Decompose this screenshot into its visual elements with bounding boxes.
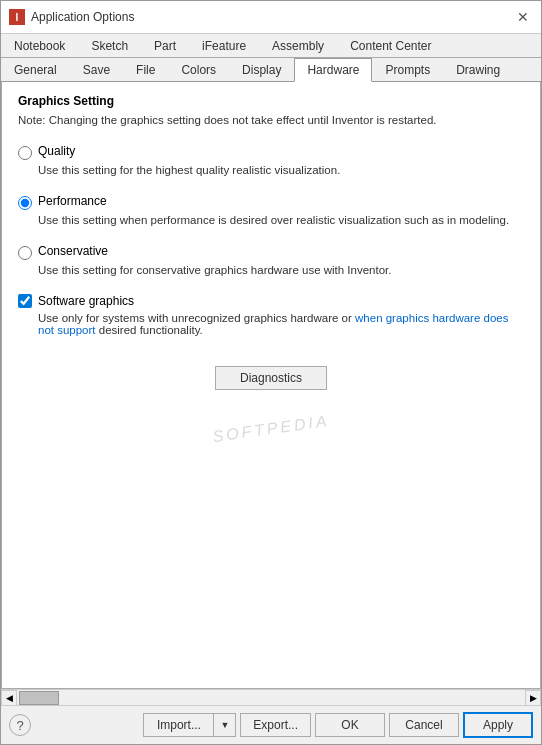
- application-options-window: I Application Options ✕ Notebook Sketch …: [0, 0, 542, 745]
- tab-content-center[interactable]: Content Center: [337, 34, 444, 57]
- tab-notebook[interactable]: Notebook: [1, 34, 78, 57]
- software-graphics-group: Software graphics Use only for systems w…: [18, 294, 524, 336]
- software-graphics-checkbox-item: Software graphics: [18, 294, 524, 308]
- content-outer: Graphics Setting Note: Changing the grap…: [1, 82, 541, 705]
- software-graphics-label: Software graphics: [38, 294, 134, 308]
- tab-file[interactable]: File: [123, 58, 168, 81]
- scrollbar-thumb[interactable]: [19, 691, 59, 705]
- quality-desc: Use this setting for the highest quality…: [38, 164, 524, 176]
- performance-desc: Use this setting when performance is des…: [38, 214, 524, 226]
- tab-drawing[interactable]: Drawing: [443, 58, 513, 81]
- title-bar-left: I Application Options: [9, 9, 134, 25]
- tab-part[interactable]: Part: [141, 34, 189, 57]
- scrollbar-track: [17, 691, 525, 705]
- conservative-radio-item: Conservative: [18, 244, 524, 260]
- content-wrapper: Graphics Setting Note: Changing the grap…: [1, 82, 541, 689]
- tab-general[interactable]: General: [1, 58, 70, 81]
- tab-save[interactable]: Save: [70, 58, 123, 81]
- software-graphics-checkbox[interactable]: [18, 294, 32, 308]
- performance-option-group: Performance Use this setting when perfor…: [18, 194, 524, 226]
- software-graphics-desc-end: desired functionality.: [96, 324, 203, 336]
- import-btn-group: Import... ▼: [143, 713, 236, 737]
- diagnostics-wrapper: Diagnostics: [18, 366, 524, 390]
- title-bar: I Application Options ✕: [1, 1, 541, 34]
- tab-row-1: Notebook Sketch Part iFeature Assembly C…: [1, 34, 541, 58]
- quality-option-group: Quality Use this setting for the highest…: [18, 144, 524, 176]
- close-button[interactable]: ✕: [513, 7, 533, 27]
- software-graphics-desc: Use only for systems with unrecognized g…: [38, 312, 524, 336]
- performance-radio-item: Performance: [18, 194, 524, 210]
- tab-prompts[interactable]: Prompts: [372, 58, 443, 81]
- tab-colors[interactable]: Colors: [168, 58, 229, 81]
- tab-hardware[interactable]: Hardware: [294, 58, 372, 82]
- horizontal-scrollbar[interactable]: ◀ ▶: [1, 689, 541, 705]
- content-area: Graphics Setting Note: Changing the grap…: [1, 82, 541, 689]
- performance-radio[interactable]: [18, 196, 32, 210]
- diagnostics-button[interactable]: Diagnostics: [215, 366, 327, 390]
- conservative-radio[interactable]: [18, 246, 32, 260]
- tab-row-2: General Save File Colors Display Hardwar…: [1, 58, 541, 82]
- quality-radio[interactable]: [18, 146, 32, 160]
- note-text: Note: Changing the graphics setting does…: [18, 114, 524, 126]
- software-graphics-link2: not support: [38, 324, 96, 336]
- conservative-label: Conservative: [38, 244, 108, 258]
- software-graphics-desc-text1: Use only for systems with unrecognized g…: [38, 312, 355, 324]
- conservative-option-group: Conservative Use this setting for conser…: [18, 244, 524, 276]
- export-button[interactable]: Export...: [240, 713, 311, 737]
- help-button[interactable]: ?: [9, 714, 31, 736]
- tab-ifeature[interactable]: iFeature: [189, 34, 259, 57]
- section-title: Graphics Setting: [18, 94, 524, 108]
- performance-label: Performance: [38, 194, 107, 208]
- import-button[interactable]: Import...: [143, 713, 213, 737]
- apply-button[interactable]: Apply: [463, 712, 533, 738]
- window-title: Application Options: [31, 10, 134, 24]
- watermark: SOFTPEDIA: [19, 385, 523, 473]
- footer: ? Import... ▼ Export... OK Cancel Apply: [1, 705, 541, 744]
- import-dropdown-arrow[interactable]: ▼: [213, 713, 236, 737]
- tab-sketch[interactable]: Sketch: [78, 34, 141, 57]
- tab-assembly[interactable]: Assembly: [259, 34, 337, 57]
- ok-button[interactable]: OK: [315, 713, 385, 737]
- scroll-left-arrow[interactable]: ◀: [1, 690, 17, 706]
- tab-display[interactable]: Display: [229, 58, 294, 81]
- quality-radio-item: Quality: [18, 144, 524, 160]
- software-graphics-link1: when graphics hardware does: [355, 312, 508, 324]
- app-icon: I: [9, 9, 25, 25]
- scroll-right-arrow[interactable]: ▶: [525, 690, 541, 706]
- conservative-desc: Use this setting for conservative graphi…: [38, 264, 524, 276]
- quality-label: Quality: [38, 144, 75, 158]
- cancel-button[interactable]: Cancel: [389, 713, 459, 737]
